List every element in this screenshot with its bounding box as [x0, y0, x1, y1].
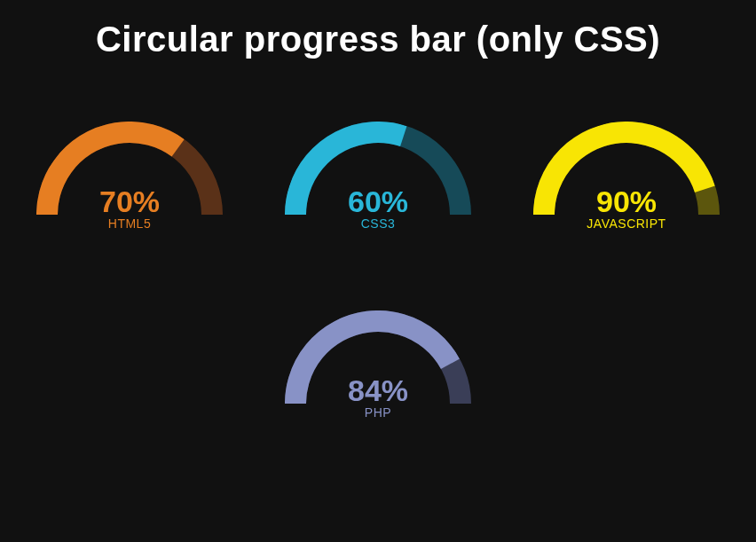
gauge-center: 60% — [285, 186, 471, 215]
gauge-center: 90% — [533, 186, 720, 215]
gauge-percent-text: 84% — [285, 375, 471, 404]
gauge-html5: 70% HTML5 — [36, 122, 223, 231]
gauge-row-2: 84% PHP — [0, 310, 756, 420]
gauge-label: CSS3 — [361, 216, 396, 231]
gauge-center: 70% — [36, 186, 223, 215]
gauge-percent-text: 90% — [533, 186, 720, 215]
gauge-javascript: 90% JAVASCRIPT — [533, 122, 720, 231]
page-title: Circular progress bar (only CSS) — [0, 0, 756, 59]
gauge-arc: 70% — [36, 122, 223, 215]
gauge-php: 84% PHP — [285, 310, 471, 420]
gauge-percent-text: 60% — [285, 186, 471, 215]
gauge-arc: 90% — [533, 122, 720, 215]
gauge-arc: 84% — [285, 310, 471, 404]
gauge-label: PHP — [365, 405, 391, 420]
gauge-css3: 60% CSS3 — [285, 122, 471, 231]
gauge-label: JAVASCRIPT — [587, 216, 665, 231]
gauge-percent-text: 70% — [36, 186, 223, 215]
gauge-label: HTML5 — [108, 216, 151, 231]
gauge-row-1: 70% HTML5 60% CSS3 90% JAVASCRIPT — [0, 122, 756, 231]
gauge-center: 84% — [285, 375, 471, 404]
gauge-arc: 60% — [285, 122, 471, 215]
